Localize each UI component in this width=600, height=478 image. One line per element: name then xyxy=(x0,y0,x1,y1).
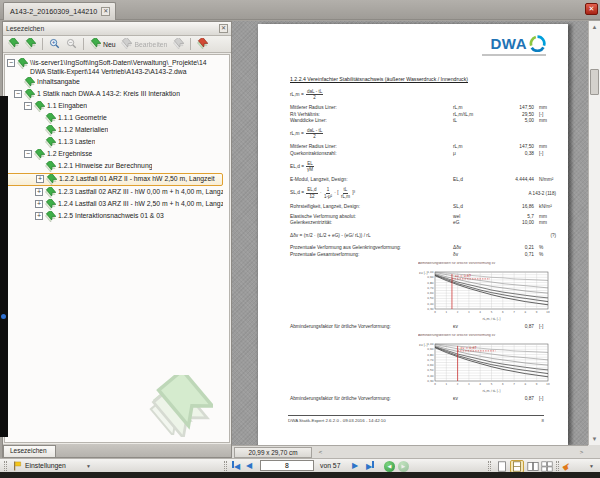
continuous-page-view-icon[interactable] xyxy=(511,461,523,472)
edit-bookmark-button: Bearbeiten xyxy=(119,37,169,51)
bookmark-item-label: 1.1 Eingaben xyxy=(47,101,87,111)
vertical-scrollbar[interactable]: ▲ ▼ xyxy=(588,21,600,445)
single-page-view-icon[interactable] xyxy=(496,461,508,472)
bookmark-item[interactable]: −1 Statik nach DWA-A 143-2: Kreis III In… xyxy=(5,89,223,100)
bookmark-item[interactable]: 1.1.2 Materialien xyxy=(5,125,223,136)
svg-text:0,50: 0,50 xyxy=(427,368,433,372)
bookmark-icon xyxy=(24,89,35,100)
tree-expander-spacer xyxy=(35,162,43,170)
row-val: 0,87 xyxy=(497,396,539,402)
horizontal-scrollbar[interactable]: 20,99 x 29,70 cm < > xyxy=(232,445,588,458)
bookmark-item[interactable]: −1.1 Eingaben xyxy=(5,101,223,112)
logo-tagline xyxy=(482,54,546,56)
bookmark-item[interactable]: +1.2.3 Lastfall 02 ARZ III - hW 0,00 m +… xyxy=(5,187,223,198)
bookmark-item-label: 1.2 Ergebnisse xyxy=(47,149,92,159)
tree-expander-icon[interactable]: + xyxy=(35,212,43,220)
tab-close-icon[interactable]: ✕ xyxy=(101,7,110,16)
bookmark-item[interactable]: Inhaltsangabe xyxy=(5,77,223,88)
grip-handle[interactable] xyxy=(556,461,559,471)
bookmark-item-label: 1.2.4 Lastfall 03 ARZ III - hW 2,50 m + … xyxy=(58,199,223,209)
bookmark-item[interactable]: 1.1.3 Lasten xyxy=(5,137,223,148)
zoom-in-bookmark-button[interactable]: + xyxy=(47,37,62,51)
previous-page-button[interactable]: ◀ xyxy=(246,461,252,471)
value-rows: Abminderungsfaktor für örtliche Vorverfo… xyxy=(290,396,556,402)
delete-bookmark-button[interactable] xyxy=(195,37,210,51)
tab-lesezeichen[interactable]: Lesezeichen xyxy=(3,445,56,457)
two-page-view-icon[interactable] xyxy=(527,461,539,472)
grip-handle[interactable] xyxy=(224,461,227,471)
expand-all-bookmarks-button[interactable] xyxy=(6,37,21,51)
window-close-button[interactable]: ✕ xyxy=(585,3,598,15)
new-bookmark-button[interactable]: Neu xyxy=(88,37,117,51)
next-page-button[interactable]: ▶ xyxy=(352,461,358,471)
row-val: 10,00 xyxy=(497,220,539,226)
scroll-left-icon[interactable]: < xyxy=(316,447,325,458)
chevron-down-icon[interactable]: ▼ xyxy=(589,463,594,469)
toolbar-separator xyxy=(190,38,191,50)
vertical-scroll-thumb[interactable] xyxy=(590,69,599,95)
formula: rL,m = daL - tL2 xyxy=(290,128,556,139)
next-view-button[interactable]: ▶ xyxy=(398,461,409,472)
scroll-up-icon[interactable]: ▲ xyxy=(589,22,600,32)
svg-text:+: + xyxy=(51,39,55,45)
value-rows: Mittlerer Radius Liner:rL,m147,50mmR/t V… xyxy=(290,105,556,124)
bookmark-item-label: 1.1.3 Lasten xyxy=(58,137,95,147)
value-rows: Mittlerer Radius Liner:rL,m147,50mmQuerk… xyxy=(290,144,556,156)
bookmark-icon xyxy=(46,174,57,185)
scroll-right-icon[interactable]: > xyxy=(577,447,586,458)
svg-text:7: 7 xyxy=(513,311,515,314)
svg-text:0,80: 0,80 xyxy=(427,352,433,356)
bookmark-item[interactable]: −1.2 Ergebnisse xyxy=(5,149,223,160)
panel-tab-strip: Lesezeichen xyxy=(3,444,231,457)
tree-expander-icon[interactable]: − xyxy=(24,150,32,158)
page-number-input[interactable] xyxy=(260,460,314,471)
tree-expander-icon[interactable]: − xyxy=(14,90,22,98)
formula-reference: (?) xyxy=(550,233,556,238)
panel-close-icon[interactable]: ✕ xyxy=(219,24,228,33)
row-sym: κv xyxy=(453,324,497,330)
row-sym: EL,d xyxy=(453,177,497,183)
row-lbl: Gelenkexzentrizität: xyxy=(290,220,453,226)
bookmark-item[interactable]: −\\is-server1\IngSoft\IngSoft-Daten\Verw… xyxy=(5,58,223,76)
multi-page-view-icon[interactable] xyxy=(541,461,553,472)
bookmark-icon xyxy=(45,161,56,172)
grip-handle[interactable] xyxy=(4,461,7,471)
tree-expander-icon[interactable]: − xyxy=(7,59,15,67)
bookmark-item[interactable]: +1.2.4 Lastfall 03 ARZ III - hW 2,50 m +… xyxy=(5,199,223,210)
bookmarks-panel-title: Lesezeichen xyxy=(6,25,44,32)
svg-text:κv = 0,87: κv = 0,87 xyxy=(461,346,477,350)
bookmark-item[interactable]: 1.2.1 Hinweise zur Berechnung xyxy=(5,161,223,172)
svg-text:κv = 0,87: κv = 0,87 xyxy=(455,274,471,278)
svg-text:0,90: 0,90 xyxy=(427,275,433,279)
reduction-factor-chart: 0,300,400,500,600,700,800,901,0001234567… xyxy=(418,339,552,393)
first-page-button[interactable]: ◀ xyxy=(232,461,240,472)
settings-button[interactable]: Einstellungen xyxy=(25,462,66,469)
background-app-icon xyxy=(1,314,6,319)
collapse-all-bookmarks-button[interactable] xyxy=(23,37,38,51)
row-lbl: E-Modul, Langzeit, Design: xyxy=(290,177,453,183)
chart-block: Abminderungsbeiwert für örtliche Vorverf… xyxy=(418,262,552,322)
bookmark-item[interactable]: +1.2.5 Interaktionsnachweis 01 & 03 xyxy=(5,211,223,222)
tree-expander-icon[interactable]: + xyxy=(35,188,43,196)
last-page-button[interactable]: ▶ xyxy=(366,461,374,472)
row-sym: δv xyxy=(453,252,497,258)
previous-view-button[interactable]: ◀ xyxy=(384,461,395,472)
chevron-down-icon[interactable]: ▼ xyxy=(86,463,91,469)
chart-title: Abminderungsbeiwert für örtliche Vorverf… xyxy=(418,262,552,266)
bookmark-gray-icon xyxy=(121,38,132,50)
bookmark-item[interactable]: +1.2.2 Lastfall 01 ARZ II - hmax hW 2,50… xyxy=(5,173,223,186)
bookmark-item[interactable]: 1.1.1 Geometrie xyxy=(5,113,223,124)
document-viewport[interactable]: DWA 1.2.2.4 Vereinfachter Stabilitätsnac… xyxy=(232,21,588,445)
scroll-down-icon[interactable]: ▼ xyxy=(589,434,600,444)
svg-text:0,70: 0,70 xyxy=(427,358,433,362)
svg-text:10: 10 xyxy=(546,311,550,314)
document-tab[interactable]: A143-2_20160309_144210 ✕ xyxy=(3,2,116,20)
bookmark-tree[interactable]: −\\is-server1\IngSoft\IngSoft-Daten\Verw… xyxy=(4,54,230,443)
tree-expander-icon[interactable]: + xyxy=(35,200,43,208)
tree-expander-icon[interactable]: − xyxy=(24,102,32,110)
tree-expander-icon[interactable]: + xyxy=(36,175,44,183)
grip-handle[interactable] xyxy=(488,461,491,471)
svg-text:0,90: 0,90 xyxy=(427,347,433,351)
bookmark-gray-icon xyxy=(173,38,184,50)
footer-page-number: 8 xyxy=(542,418,544,423)
